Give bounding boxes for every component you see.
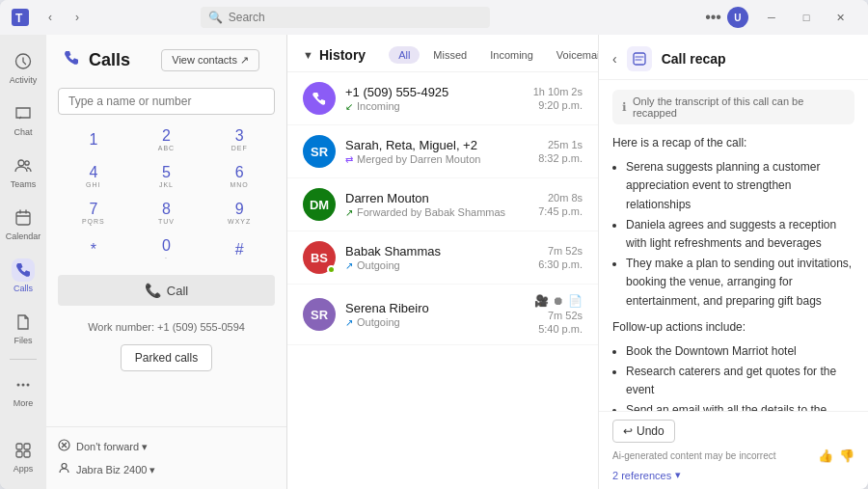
view-contacts-button[interactable]: View contacts ↗ bbox=[161, 49, 259, 71]
filter-tab-all[interactable]: All bbox=[389, 46, 420, 64]
chat-icon bbox=[12, 102, 35, 125]
history-item[interactable]: SR Serena Ribeiro ↗ Outgoing 🎥 ⏺ 📄 bbox=[287, 285, 598, 345]
nav-forward-button[interactable]: › bbox=[66, 6, 89, 29]
references-link[interactable]: 2 references ▾ bbox=[612, 469, 854, 481]
history-title: History bbox=[319, 47, 366, 63]
thumbup-button[interactable]: 👍 bbox=[818, 448, 833, 463]
ai-notice: Ai-generated content may be incorrect 👍 … bbox=[612, 448, 854, 463]
dial-3[interactable]: 3DEF bbox=[203, 122, 275, 157]
sidebar-item-teams[interactable]: Teams bbox=[4, 147, 42, 197]
history-item-time: 5:40 p.m. bbox=[538, 323, 583, 335]
history-item-meta: 1h 10m 2s 9:20 p.m. bbox=[533, 86, 583, 111]
sidebar-item-more[interactable]: More bbox=[4, 366, 42, 416]
svg-point-6 bbox=[22, 384, 25, 387]
dont-forward-label: Don't forward ▾ bbox=[76, 441, 148, 453]
more-options-icon[interactable]: ••• bbox=[705, 9, 721, 26]
filter-tab-voicemail[interactable]: Voicemail bbox=[547, 46, 598, 64]
recap-panel: ‹ Call recap ℹ Only the transcript of th… bbox=[598, 35, 868, 489]
nav-buttons: ‹ › bbox=[39, 6, 89, 29]
sidebar-item-calendar[interactable]: Calendar bbox=[4, 199, 42, 249]
dial-1[interactable]: 1 bbox=[58, 122, 129, 157]
history-item-sub: ↗ Forwarded by Babak Shammas bbox=[345, 206, 529, 218]
dial-9[interactable]: 9WXYZ bbox=[203, 196, 275, 231]
history-item-meta: 20m 8s 7:45 p.m. bbox=[538, 192, 583, 217]
sidebar-item-calls-label: Calls bbox=[14, 284, 33, 293]
jabra-option[interactable]: Jabra Biz 2400 ▾ bbox=[58, 458, 275, 481]
thumbdown-button[interactable]: 👎 bbox=[839, 448, 854, 463]
sidebar-item-activity[interactable]: Activity bbox=[4, 42, 42, 93]
sidebar-item-files[interactable]: Files bbox=[4, 303, 42, 353]
undo-button[interactable]: ↩ Undo bbox=[612, 420, 675, 443]
jabra-icon bbox=[58, 462, 70, 477]
user-avatar[interactable]: U bbox=[727, 7, 748, 28]
minimize-button[interactable]: ─ bbox=[754, 3, 789, 32]
calls-header: Calls View contacts ↗ bbox=[46, 35, 286, 80]
dont-forward-option[interactable]: Don't forward ▾ bbox=[58, 435, 275, 458]
recap-notice-text: Only the transcript of this call can be … bbox=[633, 95, 845, 119]
maximize-button[interactable]: □ bbox=[789, 3, 824, 32]
history-avatar: DM bbox=[303, 188, 336, 221]
history-toggle[interactable]: ▼ History bbox=[303, 47, 366, 63]
parked-calls-button[interactable]: Parked calls bbox=[121, 344, 212, 371]
transcript-icon[interactable]: 📄 bbox=[568, 294, 583, 308]
dial-5[interactable]: 5JKL bbox=[131, 159, 203, 194]
dialpad: 1 2ABC 3DEF 4GHI 5JKL 6MNO 7PQRS 8TUV 9W… bbox=[58, 122, 275, 267]
history-item-name: Sarah, Reta, Miguel, +2 bbox=[345, 138, 529, 152]
call-button-label: Call bbox=[167, 284, 188, 298]
dial-7[interactable]: 7PQRS bbox=[58, 196, 129, 231]
history-item-subtext: Incoming bbox=[357, 100, 400, 112]
history-item-meta: 25m 1s 8:32 p.m. bbox=[538, 139, 583, 164]
history-item[interactable]: BS Babak Shammas ↗ Outgoing 7m 52s 6:30 … bbox=[287, 231, 598, 285]
sidebar-item-chat-label: Chat bbox=[14, 127, 32, 137]
dial-8[interactable]: 8TUV bbox=[131, 196, 203, 231]
record-icon[interactable]: ⏺ bbox=[553, 294, 564, 308]
status-dot bbox=[327, 265, 336, 274]
history-header: ▼ History All Missed Incoming Voicemail … bbox=[287, 35, 598, 72]
svg-point-7 bbox=[27, 384, 30, 387]
history-toggle-icon: ▼ bbox=[303, 49, 313, 61]
svg-point-3 bbox=[25, 161, 29, 165]
filter-tab-incoming[interactable]: Incoming bbox=[480, 46, 543, 64]
sidebar-item-chat[interactable]: Chat bbox=[4, 95, 42, 145]
sidebar-item-calls[interactable]: Calls bbox=[4, 251, 42, 301]
filter-tab-missed[interactable]: Missed bbox=[423, 46, 476, 64]
outgoing-icon: ↗ bbox=[345, 317, 353, 328]
dial-hash[interactable]: # bbox=[203, 232, 275, 267]
history-item[interactable]: DM Darren Mouton ↗ Forwarded by Babak Sh… bbox=[287, 178, 598, 231]
video-icon[interactable]: 🎥 bbox=[534, 294, 549, 308]
svg-point-5 bbox=[17, 384, 20, 387]
history-item-sub: ↗ Outgoing bbox=[345, 259, 529, 271]
history-item-info: Darren Mouton ↗ Forwarded by Babak Shamm… bbox=[345, 191, 529, 218]
dial-6[interactable]: 6MNO bbox=[203, 159, 275, 194]
history-item-subtext: Outgoing bbox=[357, 316, 400, 328]
nav-back-button[interactable]: ‹ bbox=[39, 6, 62, 29]
dial-2[interactable]: 2ABC bbox=[131, 122, 203, 157]
sidebar-item-apps[interactable]: Apps bbox=[4, 431, 42, 481]
recap-header: ‹ Call recap bbox=[599, 35, 868, 80]
work-number: Work number: +1 (509) 555-0594 bbox=[46, 321, 286, 340]
app-logo: T bbox=[10, 7, 31, 28]
history-item-duration: 7m 52s bbox=[548, 245, 583, 257]
history-item-time: 8:32 p.m. bbox=[538, 152, 583, 164]
recap-back-button[interactable]: ‹ bbox=[612, 51, 617, 67]
history-item-sub: ↙ Incoming bbox=[345, 100, 524, 112]
dial-0[interactable]: 0· bbox=[131, 232, 203, 267]
dont-forward-icon bbox=[58, 439, 70, 454]
search-input[interactable] bbox=[229, 11, 482, 24]
history-item[interactable]: +1 (509) 555-4925 ↙ Incoming 1h 10m 2s 9… bbox=[287, 72, 598, 125]
history-item-time: 9:20 p.m. bbox=[538, 99, 583, 111]
dial-star[interactable]: * bbox=[58, 232, 129, 267]
name-number-input[interactable] bbox=[58, 88, 275, 115]
history-item-name: +1 (509) 555-4925 bbox=[345, 85, 524, 99]
recap-title: Call recap bbox=[662, 51, 726, 67]
titlebar-right: ••• U ─ □ ✕ bbox=[705, 3, 858, 32]
history-item-duration: 1h 10m 2s bbox=[533, 86, 583, 97]
history-item-subtext: Outgoing bbox=[357, 259, 400, 271]
call-button[interactable]: 📞 Call bbox=[58, 275, 275, 306]
dial-4[interactable]: 4GHI bbox=[58, 159, 129, 194]
history-item[interactable]: SR Sarah, Reta, Miguel, +2 ⇄ Merged by D… bbox=[287, 125, 598, 178]
close-button[interactable]: ✕ bbox=[824, 3, 858, 32]
svg-rect-10 bbox=[16, 451, 22, 457]
svg-text:T: T bbox=[15, 12, 23, 25]
recap-intro: Here is a recap of the call: bbox=[612, 134, 854, 152]
